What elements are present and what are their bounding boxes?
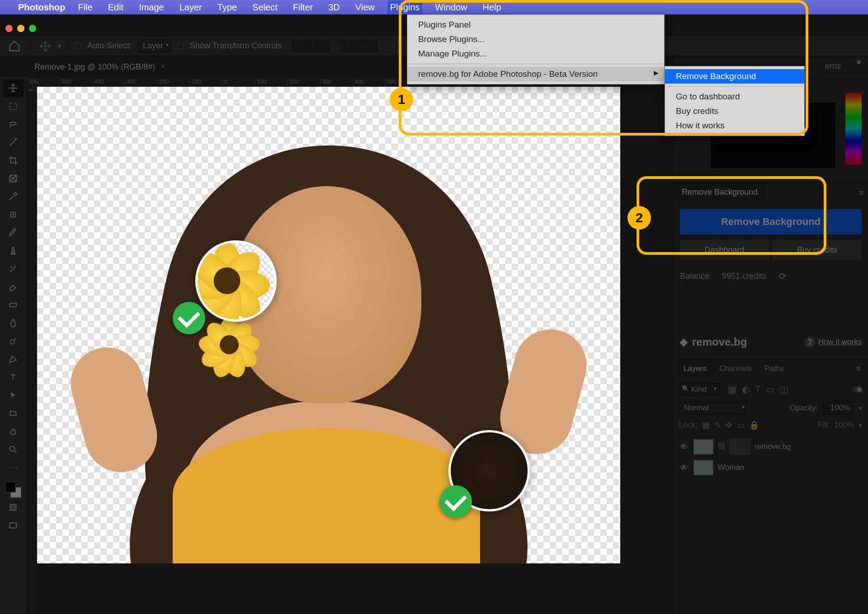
healing-tool[interactable] bbox=[3, 206, 24, 223]
panel-collapse-strip[interactable]: » bbox=[853, 61, 865, 71]
lock-position-icon[interactable]: ✥ bbox=[726, 420, 732, 430]
lock-all-icon[interactable]: 🔒 bbox=[749, 420, 759, 430]
options-dropdown-icon[interactable]: ▾ bbox=[57, 41, 61, 51]
auto-select-target-dropdown[interactable]: Layer bbox=[138, 39, 171, 52]
layer-thumbnail[interactable] bbox=[693, 460, 713, 475]
align-bottom-icon[interactable] bbox=[366, 40, 377, 52]
color-swatches[interactable] bbox=[5, 482, 21, 498]
marquee-tool[interactable] bbox=[3, 98, 24, 115]
lock-transparency-icon[interactable]: ▦ bbox=[702, 420, 710, 430]
patterns-tab-partial[interactable]: erns bbox=[825, 61, 841, 71]
filter-toggle[interactable] bbox=[853, 386, 863, 393]
hue-slider[interactable] bbox=[845, 93, 862, 165]
auto-select-checkbox[interactable] bbox=[75, 43, 81, 49]
more-options-icon[interactable]: ⋯ bbox=[388, 41, 396, 51]
align-right-icon[interactable] bbox=[318, 40, 330, 52]
path-select-tool[interactable] bbox=[3, 387, 24, 404]
maximize-window-icon[interactable] bbox=[29, 25, 36, 32]
frame-tool[interactable] bbox=[3, 170, 24, 187]
show-transform-checkbox[interactable] bbox=[177, 43, 184, 49]
menu-select[interactable]: Select bbox=[250, 0, 280, 14]
foreground-color-swatch[interactable] bbox=[5, 482, 16, 492]
quick-mask-icon[interactable] bbox=[3, 499, 24, 516]
type-tool[interactable] bbox=[3, 369, 24, 386]
blur-tool[interactable] bbox=[3, 314, 24, 332]
buy-credits-button[interactable]: Buy credits bbox=[773, 240, 862, 260]
mi-removebg-plugin[interactable]: remove.bg for Adobe Photoshop - Beta Ver… bbox=[407, 67, 664, 81]
close-tab-icon[interactable]: × bbox=[161, 62, 165, 70]
mi-how-it-works[interactable]: How it works bbox=[665, 118, 804, 133]
menu-filter[interactable]: Filter bbox=[290, 0, 316, 14]
menu-3d[interactable]: 3D bbox=[326, 0, 343, 14]
filter-type-icon[interactable]: T bbox=[755, 384, 760, 395]
link-icon[interactable]: ⛓ bbox=[718, 442, 726, 451]
opacity-dropdown-icon[interactable]: ▾ bbox=[859, 403, 863, 413]
panel-menu-icon[interactable]: ≡ bbox=[859, 188, 863, 198]
filter-smart-icon[interactable]: ◫ bbox=[780, 384, 788, 395]
mi-buy-credits[interactable]: Buy credits bbox=[665, 104, 804, 118]
layer-name[interactable]: remove.bg bbox=[755, 442, 791, 451]
mi-manage-plugins[interactable]: Manage Plugins... bbox=[407, 47, 664, 61]
brush-tool[interactable] bbox=[3, 224, 24, 241]
tab-remove-background[interactable]: Remove Background bbox=[674, 183, 766, 203]
lock-artboard-icon[interactable]: ▭ bbox=[737, 420, 745, 430]
zoom-tool[interactable] bbox=[3, 441, 24, 458]
mi-remove-background[interactable]: Remove Background bbox=[665, 69, 804, 84]
magic-wand-tool[interactable] bbox=[3, 134, 24, 151]
menu-view[interactable]: View bbox=[353, 0, 377, 14]
menu-edit[interactable]: Edit bbox=[105, 0, 126, 14]
app-name[interactable]: Photoshop bbox=[18, 2, 65, 13]
mi-browse-plugins[interactable]: Browse Plugins... bbox=[407, 32, 664, 47]
layer-filter-kind-dropdown[interactable]: Kind bbox=[679, 383, 720, 396]
filter-pixel-icon[interactable]: ▦ bbox=[728, 384, 736, 395]
align-top-icon[interactable] bbox=[340, 40, 352, 52]
lock-pixels-icon[interactable]: ✎ bbox=[714, 420, 721, 430]
fill-value[interactable]: 100% bbox=[835, 421, 854, 430]
layer-row[interactable]: 👁 Woman bbox=[678, 457, 863, 478]
gradient-tool[interactable] bbox=[3, 296, 24, 314]
crop-tool[interactable] bbox=[3, 152, 24, 169]
document-tab[interactable]: Remove-1.jpg @ 100% (RGB/8#) × bbox=[27, 59, 169, 75]
close-window-icon[interactable] bbox=[5, 25, 13, 32]
align-left-icon[interactable] bbox=[292, 40, 304, 52]
opacity-value[interactable]: 100% bbox=[822, 401, 854, 415]
visibility-icon[interactable]: 👁 bbox=[679, 463, 689, 473]
minimize-window-icon[interactable] bbox=[17, 25, 24, 32]
dodge-tool[interactable] bbox=[3, 333, 24, 350]
mi-plugins-panel[interactable]: Plugins Panel bbox=[407, 18, 664, 32]
visibility-icon[interactable]: 👁 bbox=[679, 442, 689, 452]
move-tool[interactable] bbox=[3, 80, 24, 97]
blend-mode-dropdown[interactable]: Normal bbox=[679, 402, 747, 414]
dashboard-button[interactable]: Dashboard bbox=[680, 240, 769, 260]
pen-tool[interactable] bbox=[3, 351, 24, 368]
menu-file[interactable]: File bbox=[75, 0, 95, 14]
layer-thumbnail[interactable] bbox=[693, 439, 713, 455]
fill-dropdown-icon[interactable]: ▾ bbox=[859, 421, 863, 430]
align-center-h-icon[interactable] bbox=[305, 40, 317, 52]
menu-window[interactable]: Window bbox=[432, 0, 470, 14]
tab-layers[interactable]: Layers bbox=[677, 361, 713, 377]
tab-paths[interactable]: Paths bbox=[758, 361, 790, 377]
menu-type[interactable]: Type bbox=[215, 0, 240, 14]
menu-help[interactable]: Help bbox=[480, 0, 504, 14]
filter-shape-icon[interactable]: ▭ bbox=[766, 384, 774, 395]
refresh-icon[interactable]: ⟳ bbox=[779, 271, 787, 281]
lasso-tool[interactable] bbox=[3, 116, 24, 133]
rectangle-tool[interactable] bbox=[3, 405, 24, 422]
how-it-works-link[interactable]: How it works bbox=[805, 337, 862, 347]
screen-mode-icon[interactable] bbox=[3, 517, 24, 534]
hand-tool[interactable] bbox=[3, 423, 24, 440]
more-tools-icon[interactable]: ⋯ bbox=[3, 459, 24, 476]
menu-image[interactable]: Image bbox=[136, 0, 167, 14]
stamp-tool[interactable] bbox=[3, 242, 24, 259]
menu-plugins[interactable]: Plugins bbox=[387, 0, 423, 14]
history-brush-tool[interactable] bbox=[3, 260, 24, 277]
layer-name[interactable]: Woman bbox=[718, 463, 744, 472]
eyedropper-tool[interactable] bbox=[3, 188, 24, 205]
eraser-tool[interactable] bbox=[3, 278, 24, 295]
remove-background-button[interactable]: Remove Background bbox=[680, 209, 862, 234]
canvas[interactable] bbox=[37, 87, 620, 563]
home-icon[interactable] bbox=[8, 40, 21, 52]
caret-icon[interactable]: » bbox=[854, 60, 864, 73]
panel-menu-icon[interactable]: ≡ bbox=[852, 362, 864, 375]
